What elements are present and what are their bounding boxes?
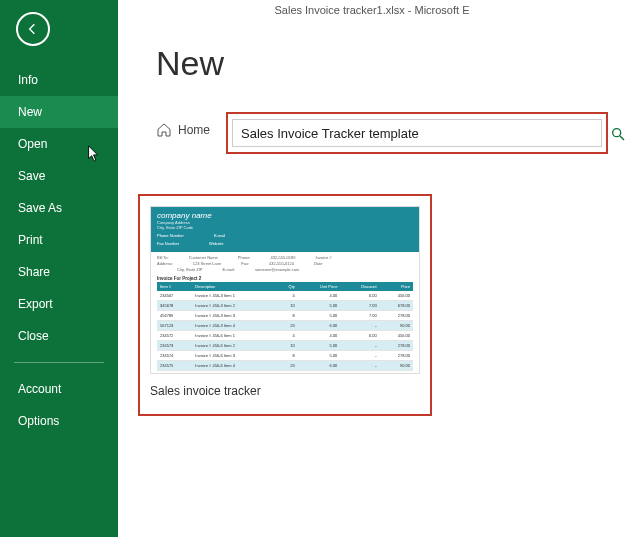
arrow-left-icon xyxy=(25,21,41,37)
sidebar-divider xyxy=(14,362,104,363)
thumb-inv-label: Invoice # xyxy=(315,255,331,260)
table-row: 567123Invoice # 456-3 Item 4206.00-90.00 xyxy=(157,321,413,331)
thumb-company: company name xyxy=(157,211,413,220)
table-row: 345678Invoice # 456-3 Item 2105.007.0067… xyxy=(157,301,413,311)
search-button[interactable] xyxy=(610,126,626,146)
sidebar-item-print[interactable]: Print xyxy=(0,224,118,256)
sidebar-item-export[interactable]: Export xyxy=(0,288,118,320)
template-thumbnail: company name Company Address City, State… xyxy=(150,206,420,374)
thumb-th: Discount xyxy=(340,282,379,291)
template-search-input[interactable] xyxy=(232,119,602,147)
thumb-col: Phone Number xyxy=(157,233,184,238)
svg-point-0 xyxy=(613,129,621,137)
table-row: 234574Invoice # 456-6 Item 385.00-278.00 xyxy=(157,351,413,361)
thumb-col: Website xyxy=(209,241,223,246)
breadcrumb-home: Home xyxy=(178,123,210,137)
table-row: 234573Invoice # 456-6 Item 2105.00-278.0… xyxy=(157,341,413,351)
sidebar-item-close[interactable]: Close xyxy=(0,320,118,352)
sidebar-nav: Info New Open Save Save As Print Share E… xyxy=(0,64,118,437)
sidebar-item-save[interactable]: Save xyxy=(0,160,118,192)
sidebar-item-info[interactable]: Info xyxy=(0,64,118,96)
thumb-col: Fax Number xyxy=(157,241,179,246)
sidebar-item-options[interactable]: Options xyxy=(0,405,118,437)
thumb-phone-label: Phone: xyxy=(238,255,251,260)
search-highlight xyxy=(226,112,608,154)
thumb-project: Invoice For Project 2 xyxy=(157,276,413,281)
thumb-th: Item # xyxy=(157,282,192,291)
thumb-email: someone@example.com xyxy=(255,267,299,272)
thumb-col: E-mail xyxy=(214,233,225,238)
thumb-addr: 123 Street Lane xyxy=(193,261,221,266)
table-row: 456789Invoice # 456-3 Item 385.007.00278… xyxy=(157,311,413,321)
table-row: 234567Invoice # 456-3 Item 144.000.00456… xyxy=(157,291,413,301)
thumb-th: Unit Price xyxy=(298,282,341,291)
svg-line-1 xyxy=(620,136,624,140)
thumb-sub2: City, State ZIP Code xyxy=(157,225,413,230)
back-button[interactable] xyxy=(16,12,50,46)
thumb-bill-to-label: Bill To: xyxy=(157,255,169,260)
page-title: New xyxy=(156,44,224,83)
sidebar-item-open[interactable]: Open xyxy=(0,128,118,160)
thumb-date-label: Date xyxy=(314,261,322,266)
breadcrumb[interactable]: Home xyxy=(156,122,210,138)
thumb-th: Description xyxy=(192,282,275,291)
thumb-th: Qty xyxy=(275,282,297,291)
window-title: Sales Invoice tracker1.xlsx - Microsoft … xyxy=(118,0,626,24)
thumb-table: Item # Description Qty Unit Price Discou… xyxy=(157,282,413,371)
search-icon xyxy=(610,126,626,142)
home-icon xyxy=(156,122,172,138)
sidebar-item-account[interactable]: Account xyxy=(0,373,118,405)
thumb-fax-label: Fax: xyxy=(241,261,249,266)
thumb-fax: 432-555-0124 xyxy=(269,261,294,266)
template-result-card[interactable]: company name Company Address City, State… xyxy=(138,194,432,416)
thumb-email-label: E-mail: xyxy=(223,267,235,272)
main-area: Sales Invoice tracker1.xlsx - Microsoft … xyxy=(118,0,626,537)
table-row: 234572Invoice # 456-6 Item 144.000.00456… xyxy=(157,331,413,341)
thumb-bill-to: Customer Name xyxy=(189,255,218,260)
sidebar-item-save-as[interactable]: Save As xyxy=(0,192,118,224)
thumb-addr-label: Address: xyxy=(157,261,173,266)
thumb-phone: 432-555-0189 xyxy=(271,255,296,260)
template-label: Sales invoice tracker xyxy=(150,384,420,398)
thumb-addr2: City, State ZIP xyxy=(177,267,203,272)
sidebar-item-share[interactable]: Share xyxy=(0,256,118,288)
backstage-sidebar: Info New Open Save Save As Print Share E… xyxy=(0,0,118,537)
thumb-th: Price xyxy=(380,282,413,291)
table-row: 234575Invoice # 456-6 Item 4206.00-90.00 xyxy=(157,361,413,371)
sidebar-item-new[interactable]: New xyxy=(0,96,118,128)
